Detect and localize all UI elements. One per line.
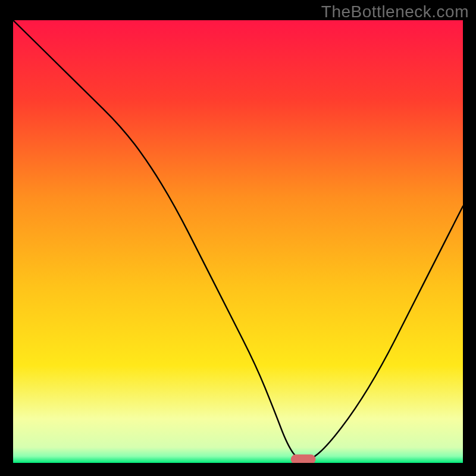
watermark-label: TheBottleneck.com (321, 2, 469, 21)
optimal-marker (291, 455, 316, 463)
plot-area (13, 20, 463, 463)
chart-svg (13, 20, 463, 463)
chart-frame: TheBottleneck.com (0, 0, 476, 476)
